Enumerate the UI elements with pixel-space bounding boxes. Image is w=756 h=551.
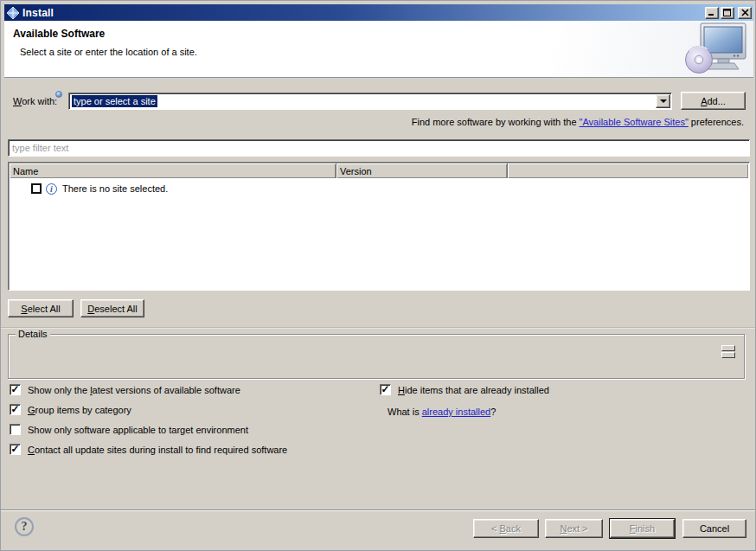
column-header-version[interactable]: Version <box>336 163 508 178</box>
install-diamond-icon <box>7 7 19 19</box>
chevron-down-icon <box>660 99 667 103</box>
option-group-by-category: ✓ Group items by category <box>10 404 131 415</box>
deselect-all-button[interactable]: Deselect All <box>80 299 144 317</box>
work-with-label: Work with: <box>13 96 57 106</box>
page-subtitle: Select a site or enter the location of a… <box>20 47 197 57</box>
available-software-sites-link[interactable]: "Available Software Sites" <box>580 117 689 127</box>
option-label: Hide items that are already installed <box>398 385 549 395</box>
help-button[interactable]: ? <box>15 517 34 536</box>
work-with-combo-dropdown-button[interactable] <box>656 94 670 108</box>
add-button[interactable]: Add... <box>681 92 746 110</box>
checkbox[interactable] <box>10 424 21 435</box>
option-label: Group items by category <box>28 405 131 415</box>
close-icon <box>741 9 749 16</box>
option-applicable-to-target: Show only software applicable to target … <box>10 424 248 435</box>
option-label: Show only the latest versions of availab… <box>28 385 240 395</box>
table-header: Name Version <box>10 163 748 178</box>
minimize-button[interactable] <box>705 7 719 19</box>
close-button[interactable] <box>738 7 752 19</box>
cancel-button[interactable]: Cancel <box>682 519 746 538</box>
details-label: Details <box>16 329 50 339</box>
row-checkbox[interactable] <box>31 183 42 194</box>
info-decoration-icon <box>55 91 62 98</box>
footer-divider <box>1 509 755 511</box>
column-header-blank <box>508 163 748 178</box>
sash-divider[interactable] <box>1 327 755 328</box>
install-dialog: Install Available Software Select a site… <box>0 0 756 551</box>
details-group: Details <box>8 334 745 379</box>
filter-input[interactable] <box>8 139 750 157</box>
checkbox[interactable]: ✓ <box>10 444 21 455</box>
details-resize-handle[interactable] <box>721 345 735 358</box>
wizard-header: Available Software Select a site or ente… <box>4 21 753 78</box>
window-title: Install <box>22 7 54 19</box>
option-contact-update-sites: ✓ Contact all update sites during instal… <box>10 444 287 455</box>
hint-prefix: Find more software by working with the <box>412 117 580 127</box>
minimize-icon <box>708 9 716 16</box>
back-button[interactable]: < Back <box>473 519 539 538</box>
hint-suffix: preferences. <box>689 117 744 127</box>
select-all-button[interactable]: Select All <box>8 299 74 317</box>
work-with-combo[interactable]: type or select a site <box>68 93 672 110</box>
option-label: Show only software applicable to target … <box>28 425 248 435</box>
option-hide-installed: ✓ Hide items that are already installed <box>380 384 549 395</box>
titlebar[interactable]: Install <box>4 4 753 21</box>
table-row[interactable]: i There is no site selected. <box>9 182 168 195</box>
software-table[interactable]: Name Version i There is no site selected… <box>8 162 750 291</box>
finish-button[interactable]: Finish <box>610 519 675 538</box>
info-icon: i <box>46 183 57 195</box>
checkbox[interactable]: ✓ <box>10 384 21 395</box>
next-button[interactable]: Next > <box>545 519 603 538</box>
maximize-icon <box>723 9 732 16</box>
install-software-monitor-icon <box>684 22 748 74</box>
work-with-combo-value[interactable]: type or select a site <box>72 95 157 107</box>
find-more-software-hint: Find more software by working with the "… <box>412 117 744 127</box>
handle-bar-icon <box>721 345 735 351</box>
checkbox[interactable]: ✓ <box>10 404 21 415</box>
maximize-button[interactable] <box>721 7 734 19</box>
details-content <box>14 342 723 375</box>
handle-bar-icon <box>721 352 735 358</box>
already-installed-link[interactable]: already installed <box>422 407 491 417</box>
option-show-latest-versions: ✓ Show only the latest versions of avail… <box>10 384 240 395</box>
checkbox[interactable]: ✓ <box>380 384 391 395</box>
empty-table-message: There is no site selected. <box>62 183 168 194</box>
option-label: Contact all update sites during install … <box>28 445 287 455</box>
page-title: Available Software <box>13 28 105 40</box>
column-header-name[interactable]: Name <box>10 163 336 178</box>
what-is-installed-text: What is already installed? <box>388 407 496 417</box>
